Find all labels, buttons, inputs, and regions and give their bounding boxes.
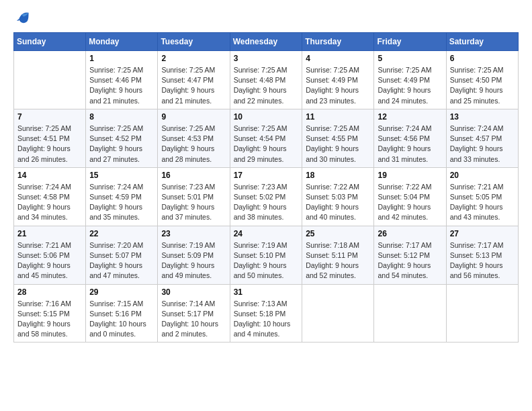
calendar-cell: 28Sunrise: 7:16 AMSunset: 5:15 PMDayligh… — [14, 284, 86, 342]
calendar-cell: 30Sunrise: 7:14 AMSunset: 5:17 PMDayligh… — [158, 284, 230, 342]
calendar-cell: 18Sunrise: 7:22 AMSunset: 5:03 PMDayligh… — [302, 167, 374, 226]
day-number: 27 — [450, 229, 515, 238]
day-info: Sunrise: 7:22 AMSunset: 5:04 PMDaylight:… — [378, 182, 442, 223]
day-info: Sunrise: 7:25 AMSunset: 4:49 PMDaylight:… — [378, 65, 442, 106]
day-info: Sunrise: 7:25 AMSunset: 4:49 PMDaylight:… — [306, 65, 370, 106]
calendar-cell: 27Sunrise: 7:17 AMSunset: 5:13 PMDayligh… — [446, 226, 518, 284]
day-number: 30 — [161, 287, 226, 297]
day-info: Sunrise: 7:24 AMSunset: 4:59 PMDaylight:… — [89, 182, 154, 223]
calendar-cell — [446, 284, 518, 342]
day-info: Sunrise: 7:16 AMSunset: 5:15 PMDaylight:… — [17, 299, 82, 340]
day-info: Sunrise: 7:23 AMSunset: 5:01 PMDaylight:… — [161, 182, 226, 223]
day-number: 22 — [89, 229, 154, 238]
day-info: Sunrise: 7:24 AMSunset: 4:58 PMDaylight:… — [17, 182, 82, 223]
day-number: 31 — [234, 287, 299, 297]
day-number: 5 — [378, 54, 442, 63]
day-info: Sunrise: 7:19 AMSunset: 5:10 PMDaylight:… — [234, 240, 299, 281]
day-number: 8 — [89, 112, 154, 122]
day-number: 25 — [306, 229, 370, 238]
day-number: 17 — [234, 171, 299, 180]
day-number: 14 — [17, 171, 82, 180]
calendar-cell: 5Sunrise: 7:25 AMSunset: 4:49 PMDaylight… — [374, 51, 446, 109]
calendar-cell: 19Sunrise: 7:22 AMSunset: 5:04 PMDayligh… — [374, 167, 446, 226]
day-info: Sunrise: 7:17 AMSunset: 5:12 PMDaylight:… — [378, 240, 442, 281]
day-info: Sunrise: 7:25 AMSunset: 4:52 PMDaylight:… — [89, 124, 154, 165]
day-info: Sunrise: 7:21 AMSunset: 5:06 PMDaylight:… — [17, 240, 82, 281]
day-info: Sunrise: 7:24 AMSunset: 4:56 PMDaylight:… — [378, 124, 442, 165]
calendar-cell — [374, 284, 446, 342]
weekday-header-tuesday: Tuesday — [158, 33, 230, 51]
weekday-header-saturday: Saturday — [446, 33, 518, 51]
day-number: 1 — [89, 54, 154, 63]
day-number: 20 — [450, 171, 515, 180]
day-number: 18 — [306, 171, 370, 180]
calendar-cell: 13Sunrise: 7:24 AMSunset: 4:57 PMDayligh… — [446, 109, 518, 167]
calendar-cell: 22Sunrise: 7:20 AMSunset: 5:07 PMDayligh… — [86, 226, 158, 284]
calendar-cell — [302, 284, 374, 342]
day-info: Sunrise: 7:17 AMSunset: 5:13 PMDaylight:… — [450, 240, 515, 281]
weekday-header-sunday: Sunday — [14, 33, 86, 51]
weekday-header-wednesday: Wednesday — [230, 33, 302, 51]
calendar-cell: 14Sunrise: 7:24 AMSunset: 4:58 PMDayligh… — [14, 167, 86, 226]
day-info: Sunrise: 7:24 AMSunset: 4:57 PMDaylight:… — [450, 124, 515, 165]
day-info: Sunrise: 7:19 AMSunset: 5:09 PMDaylight:… — [161, 240, 226, 281]
calendar-cell: 10Sunrise: 7:25 AMSunset: 4:54 PMDayligh… — [230, 109, 302, 167]
calendar-cell: 16Sunrise: 7:23 AMSunset: 5:01 PMDayligh… — [158, 167, 230, 226]
day-info: Sunrise: 7:25 AMSunset: 4:46 PMDaylight:… — [89, 65, 154, 106]
calendar-cell: 15Sunrise: 7:24 AMSunset: 4:59 PMDayligh… — [86, 167, 158, 226]
weekday-header-friday: Friday — [374, 33, 446, 51]
day-number: 12 — [378, 112, 442, 122]
day-number: 11 — [306, 112, 370, 122]
day-number: 4 — [306, 54, 370, 63]
day-info: Sunrise: 7:22 AMSunset: 5:03 PMDaylight:… — [306, 182, 370, 223]
calendar-cell: 2Sunrise: 7:25 AMSunset: 4:47 PMDaylight… — [158, 51, 230, 109]
day-info: Sunrise: 7:18 AMSunset: 5:11 PMDaylight:… — [306, 240, 370, 281]
weekday-header-thursday: Thursday — [302, 33, 374, 51]
calendar-cell: 24Sunrise: 7:19 AMSunset: 5:10 PMDayligh… — [230, 226, 302, 284]
day-number: 24 — [234, 229, 299, 238]
day-number: 28 — [17, 287, 82, 297]
calendar-cell — [14, 51, 86, 109]
day-number: 2 — [161, 54, 226, 63]
calendar-cell: 17Sunrise: 7:23 AMSunset: 5:02 PMDayligh… — [230, 167, 302, 226]
day-number: 26 — [378, 229, 442, 238]
logo-bird-icon — [15, 11, 30, 26]
weekday-header-monday: Monday — [86, 33, 158, 51]
calendar-cell: 8Sunrise: 7:25 AMSunset: 4:52 PMDaylight… — [86, 109, 158, 167]
day-number: 15 — [89, 171, 154, 180]
day-number: 13 — [450, 112, 515, 122]
logo — [13, 11, 30, 26]
day-number: 7 — [17, 112, 82, 122]
calendar-cell: 9Sunrise: 7:25 AMSunset: 4:53 PMDaylight… — [158, 109, 230, 167]
day-number: 29 — [89, 287, 154, 297]
day-info: Sunrise: 7:23 AMSunset: 5:02 PMDaylight:… — [234, 182, 299, 223]
day-info: Sunrise: 7:25 AMSunset: 4:55 PMDaylight:… — [306, 124, 370, 165]
day-number: 19 — [378, 171, 442, 180]
calendar-cell: 29Sunrise: 7:15 AMSunset: 5:16 PMDayligh… — [86, 284, 158, 342]
day-info: Sunrise: 7:25 AMSunset: 4:47 PMDaylight:… — [161, 65, 226, 106]
day-info: Sunrise: 7:14 AMSunset: 5:17 PMDaylight:… — [161, 299, 226, 340]
calendar-cell: 12Sunrise: 7:24 AMSunset: 4:56 PMDayligh… — [374, 109, 446, 167]
day-number: 10 — [234, 112, 299, 122]
calendar-cell: 4Sunrise: 7:25 AMSunset: 4:49 PMDaylight… — [302, 51, 374, 109]
calendar-cell: 23Sunrise: 7:19 AMSunset: 5:09 PMDayligh… — [158, 226, 230, 284]
calendar-cell: 1Sunrise: 7:25 AMSunset: 4:46 PMDaylight… — [86, 51, 158, 109]
day-number: 9 — [161, 112, 226, 122]
calendar-cell: 7Sunrise: 7:25 AMSunset: 4:51 PMDaylight… — [14, 109, 86, 167]
day-number: 21 — [17, 229, 82, 238]
calendar-table: SundayMondayTuesdayWednesdayThursdayFrid… — [13, 32, 519, 342]
day-number: 3 — [234, 54, 299, 63]
day-info: Sunrise: 7:20 AMSunset: 5:07 PMDaylight:… — [89, 240, 154, 281]
day-number: 6 — [450, 54, 515, 63]
day-info: Sunrise: 7:25 AMSunset: 4:51 PMDaylight:… — [17, 124, 82, 165]
day-info: Sunrise: 7:25 AMSunset: 4:48 PMDaylight:… — [234, 65, 299, 106]
calendar-cell: 25Sunrise: 7:18 AMSunset: 5:11 PMDayligh… — [302, 226, 374, 284]
day-info: Sunrise: 7:21 AMSunset: 5:05 PMDaylight:… — [450, 182, 515, 223]
day-info: Sunrise: 7:25 AMSunset: 4:50 PMDaylight:… — [450, 65, 515, 106]
calendar-cell: 21Sunrise: 7:21 AMSunset: 5:06 PMDayligh… — [14, 226, 86, 284]
calendar-cell: 11Sunrise: 7:25 AMSunset: 4:55 PMDayligh… — [302, 109, 374, 167]
day-number: 23 — [161, 229, 226, 238]
calendar-cell: 3Sunrise: 7:25 AMSunset: 4:48 PMDaylight… — [230, 51, 302, 109]
calendar-cell: 26Sunrise: 7:17 AMSunset: 5:12 PMDayligh… — [374, 226, 446, 284]
calendar-cell: 6Sunrise: 7:25 AMSunset: 4:50 PMDaylight… — [446, 51, 518, 109]
